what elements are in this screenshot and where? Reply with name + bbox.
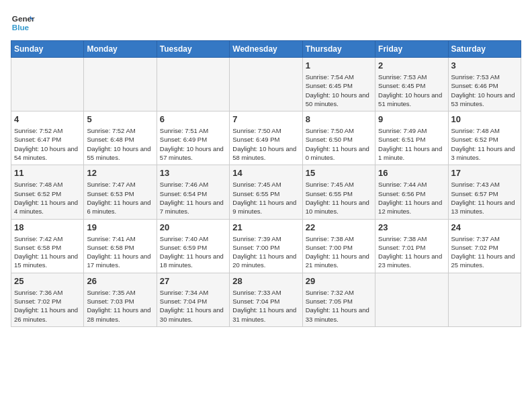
calendar-header-row: SundayMondayTuesdayWednesdayThursdayFrid…	[11, 41, 521, 58]
calendar-cell: 7Sunrise: 7:50 AM Sunset: 6:49 PM Daylig…	[230, 111, 302, 165]
day-info: Sunrise: 7:38 AM Sunset: 7:00 PM Dayligh…	[306, 234, 372, 270]
column-header-sunday: Sunday	[11, 41, 84, 58]
calendar-week-row: 11Sunrise: 7:48 AM Sunset: 6:52 PM Dayli…	[11, 165, 521, 219]
calendar-cell: 11Sunrise: 7:48 AM Sunset: 6:52 PM Dayli…	[11, 165, 84, 219]
day-info: Sunrise: 7:53 AM Sunset: 6:46 PM Dayligh…	[451, 73, 518, 108]
calendar-cell: 28Sunrise: 7:33 AM Sunset: 7:04 PM Dayli…	[230, 273, 302, 326]
column-header-friday: Friday	[375, 41, 448, 58]
calendar-cell: 3Sunrise: 7:53 AM Sunset: 6:46 PM Daylig…	[448, 58, 521, 111]
day-number: 13	[160, 168, 226, 178]
day-info: Sunrise: 7:39 AM Sunset: 7:00 PM Dayligh…	[232, 234, 299, 270]
calendar-cell: 25Sunrise: 7:36 AM Sunset: 7:02 PM Dayli…	[11, 273, 84, 326]
day-info: Sunrise: 7:32 AM Sunset: 7:05 PM Dayligh…	[306, 288, 372, 324]
day-number: 19	[87, 222, 153, 232]
day-number: 11	[14, 168, 81, 178]
calendar-cell	[230, 58, 302, 111]
calendar-cell: 5Sunrise: 7:52 AM Sunset: 6:48 PM Daylig…	[84, 111, 157, 165]
calendar-cell: 10Sunrise: 7:48 AM Sunset: 6:52 PM Dayli…	[448, 111, 521, 165]
day-number: 22	[306, 222, 372, 232]
calendar-cell: 12Sunrise: 7:47 AM Sunset: 6:53 PM Dayli…	[84, 165, 157, 219]
calendar-cell: 1Sunrise: 7:54 AM Sunset: 6:45 PM Daylig…	[302, 58, 375, 111]
day-info: Sunrise: 7:34 AM Sunset: 7:04 PM Dayligh…	[160, 288, 226, 324]
calendar-cell: 18Sunrise: 7:42 AM Sunset: 6:58 PM Dayli…	[11, 219, 84, 273]
calendar-cell: 21Sunrise: 7:39 AM Sunset: 7:00 PM Dayli…	[230, 219, 302, 273]
calendar-cell	[448, 273, 521, 326]
day-info: Sunrise: 7:37 AM Sunset: 7:02 PM Dayligh…	[451, 234, 518, 270]
day-info: Sunrise: 7:38 AM Sunset: 7:01 PM Dayligh…	[378, 234, 445, 270]
day-info: Sunrise: 7:33 AM Sunset: 7:04 PM Dayligh…	[232, 288, 299, 324]
calendar-week-row: 1Sunrise: 7:54 AM Sunset: 6:45 PM Daylig…	[11, 58, 521, 111]
day-number: 15	[306, 168, 372, 178]
day-info: Sunrise: 7:52 AM Sunset: 6:48 PM Dayligh…	[87, 126, 153, 162]
calendar-cell: 14Sunrise: 7:45 AM Sunset: 6:55 PM Dayli…	[230, 165, 302, 219]
day-info: Sunrise: 7:36 AM Sunset: 7:02 PM Dayligh…	[14, 288, 81, 324]
day-number: 25	[14, 276, 81, 286]
day-number: 9	[378, 114, 445, 124]
calendar-cell: 24Sunrise: 7:37 AM Sunset: 7:02 PM Dayli…	[448, 219, 521, 273]
day-info: Sunrise: 7:50 AM Sunset: 6:49 PM Dayligh…	[232, 126, 299, 162]
day-number: 10	[451, 114, 518, 124]
day-number: 4	[14, 114, 81, 124]
day-info: Sunrise: 7:35 AM Sunset: 7:03 PM Dayligh…	[87, 288, 153, 324]
column-header-monday: Monday	[84, 41, 157, 58]
calendar-week-row: 4Sunrise: 7:52 AM Sunset: 6:47 PM Daylig…	[11, 111, 521, 165]
calendar-cell	[157, 58, 229, 111]
day-info: Sunrise: 7:45 AM Sunset: 6:55 PM Dayligh…	[232, 180, 299, 216]
day-number: 1	[306, 60, 372, 71]
column-header-thursday: Thursday	[302, 41, 375, 58]
svg-text:Blue: Blue	[12, 23, 30, 32]
logo: General Blue	[11, 11, 38, 35]
day-number: 7	[232, 114, 299, 124]
day-number: 14	[232, 168, 299, 178]
logo-icon: General Blue	[11, 11, 35, 35]
day-number: 20	[160, 222, 226, 232]
day-info: Sunrise: 7:41 AM Sunset: 6:58 PM Dayligh…	[87, 234, 153, 270]
calendar-cell: 23Sunrise: 7:38 AM Sunset: 7:01 PM Dayli…	[375, 219, 448, 273]
calendar-cell: 4Sunrise: 7:52 AM Sunset: 6:47 PM Daylig…	[11, 111, 84, 165]
day-info: Sunrise: 7:46 AM Sunset: 6:54 PM Dayligh…	[160, 180, 226, 216]
day-info: Sunrise: 7:50 AM Sunset: 6:50 PM Dayligh…	[306, 126, 372, 162]
calendar-cell: 27Sunrise: 7:34 AM Sunset: 7:04 PM Dayli…	[157, 273, 229, 326]
day-info: Sunrise: 7:52 AM Sunset: 6:47 PM Dayligh…	[14, 126, 81, 162]
calendar-body: 1Sunrise: 7:54 AM Sunset: 6:45 PM Daylig…	[11, 58, 521, 327]
calendar-cell: 19Sunrise: 7:41 AM Sunset: 6:58 PM Dayli…	[84, 219, 157, 273]
day-info: Sunrise: 7:43 AM Sunset: 6:57 PM Dayligh…	[451, 180, 518, 216]
calendar-cell: 16Sunrise: 7:44 AM Sunset: 6:56 PM Dayli…	[375, 165, 448, 219]
day-number: 12	[87, 168, 153, 178]
day-info: Sunrise: 7:48 AM Sunset: 6:52 PM Dayligh…	[451, 126, 518, 162]
page-header: General Blue	[11, 11, 521, 35]
calendar-cell: 22Sunrise: 7:38 AM Sunset: 7:00 PM Dayli…	[302, 219, 375, 273]
day-number: 16	[378, 168, 445, 178]
day-number: 23	[378, 222, 445, 232]
day-number: 24	[451, 222, 518, 232]
day-info: Sunrise: 7:45 AM Sunset: 6:55 PM Dayligh…	[306, 180, 372, 216]
calendar-cell: 6Sunrise: 7:51 AM Sunset: 6:49 PM Daylig…	[157, 111, 229, 165]
calendar-cell: 9Sunrise: 7:49 AM Sunset: 6:51 PM Daylig…	[375, 111, 448, 165]
day-number: 2	[378, 60, 445, 71]
calendar-cell	[375, 273, 448, 326]
calendar-cell: 8Sunrise: 7:50 AM Sunset: 6:50 PM Daylig…	[302, 111, 375, 165]
day-number: 18	[14, 222, 81, 232]
calendar-cell: 17Sunrise: 7:43 AM Sunset: 6:57 PM Dayli…	[448, 165, 521, 219]
day-number: 27	[160, 276, 226, 286]
day-number: 3	[451, 60, 518, 71]
day-info: Sunrise: 7:54 AM Sunset: 6:45 PM Dayligh…	[306, 73, 372, 108]
calendar-cell: 29Sunrise: 7:32 AM Sunset: 7:05 PM Dayli…	[302, 273, 375, 326]
calendar-cell: 26Sunrise: 7:35 AM Sunset: 7:03 PM Dayli…	[84, 273, 157, 326]
calendar-cell: 13Sunrise: 7:46 AM Sunset: 6:54 PM Dayli…	[157, 165, 229, 219]
day-info: Sunrise: 7:51 AM Sunset: 6:49 PM Dayligh…	[160, 126, 226, 162]
day-number: 29	[306, 276, 372, 286]
column-header-tuesday: Tuesday	[157, 41, 229, 58]
column-header-saturday: Saturday	[448, 41, 521, 58]
calendar-week-row: 18Sunrise: 7:42 AM Sunset: 6:58 PM Dayli…	[11, 219, 521, 273]
calendar-cell: 15Sunrise: 7:45 AM Sunset: 6:55 PM Dayli…	[302, 165, 375, 219]
day-info: Sunrise: 7:47 AM Sunset: 6:53 PM Dayligh…	[87, 180, 153, 216]
calendar-cell: 2Sunrise: 7:53 AM Sunset: 6:45 PM Daylig…	[375, 58, 448, 111]
day-info: Sunrise: 7:44 AM Sunset: 6:56 PM Dayligh…	[378, 180, 445, 216]
day-number: 21	[232, 222, 299, 232]
calendar-week-row: 25Sunrise: 7:36 AM Sunset: 7:02 PM Dayli…	[11, 273, 521, 326]
day-info: Sunrise: 7:48 AM Sunset: 6:52 PM Dayligh…	[14, 180, 81, 216]
day-number: 6	[160, 114, 226, 124]
day-number: 26	[87, 276, 153, 286]
day-number: 17	[451, 168, 518, 178]
